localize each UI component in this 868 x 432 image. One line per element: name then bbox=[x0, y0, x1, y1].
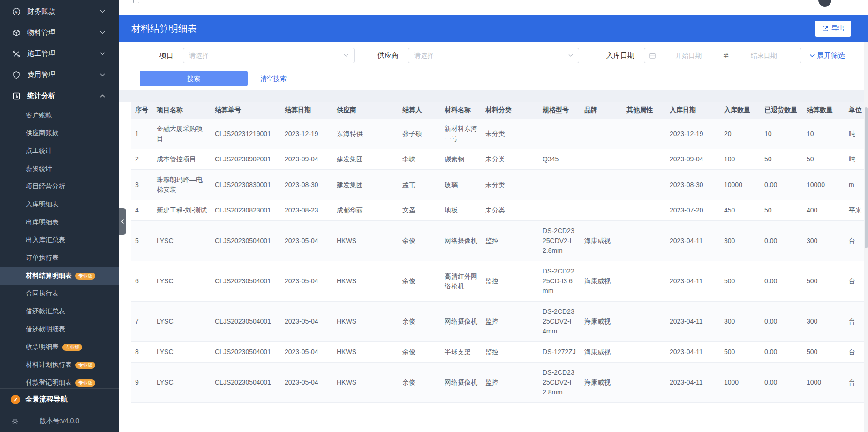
sidebar-collapse-handle[interactable] bbox=[119, 208, 126, 235]
sidebar-subitem[interactable]: 薪资统计 bbox=[0, 160, 119, 178]
sidebar-item-expense[interactable]: 费用管理 bbox=[0, 64, 119, 85]
table-row[interactable]: 4 新建工程-刘-测试 CLJS20230823001 2023-08-23 成… bbox=[131, 200, 868, 221]
cell-supplier: 东海特供 bbox=[333, 119, 399, 149]
supplier-filter-label: 供应商 bbox=[377, 51, 399, 60]
cell-settlement-qty: 300 bbox=[803, 221, 845, 261]
start-date-input[interactable]: 开始日期 bbox=[656, 52, 721, 60]
tab-checkbox[interactable] bbox=[133, 0, 139, 3]
sidebar-submenu: 客户账款 供应商账款 点工统计 薪资统计 bbox=[0, 106, 119, 392]
sidebar-subitem[interactable]: 借还款明细表 bbox=[0, 320, 119, 338]
version-label: 版本号:v4.0.0 bbox=[40, 417, 79, 425]
export-label: 导出 bbox=[831, 24, 845, 33]
sidebar-subitem[interactable]: 出入库汇总表 bbox=[0, 231, 119, 249]
vertical-scrollbar[interactable] bbox=[864, 42, 868, 432]
cell-material-name: 网络摄像机 bbox=[441, 221, 482, 261]
table-row[interactable]: 5 LYSC CLJS20230504001 2023-05-04 HKWS 余… bbox=[131, 221, 868, 261]
table-row[interactable]: 1 金融大厦采购项目 CLJS20231219001 2023-12-19 东海… bbox=[131, 119, 868, 149]
table-row[interactable]: 3 珠穆朗玛峰—电梯安装 CLJS20230830001 2023-08-30 … bbox=[131, 170, 868, 200]
table-header-row: 序号 项目名称 结算单号 结算日期 供应商 结算人 材料名称 bbox=[131, 102, 868, 119]
sidebar-subitem[interactable]: 借还款汇总表 bbox=[0, 303, 119, 320]
cell-inbound-qty: 500 bbox=[720, 342, 761, 363]
chevron-down-icon bbox=[100, 10, 105, 13]
search-button[interactable]: 搜索 bbox=[140, 71, 248, 86]
sidebar-subitem[interactable]: 材料结算明细表 专业版 bbox=[0, 267, 119, 285]
cell-returned-qty: 0.00 bbox=[761, 261, 803, 302]
sidebar-subitem[interactable]: 合同执行表 bbox=[0, 285, 119, 303]
cell-returned-qty: 0.00 bbox=[761, 302, 803, 342]
gear-icon[interactable] bbox=[11, 417, 19, 425]
cell-project-name: 新建工程-刘-测试 bbox=[153, 200, 211, 221]
expand-filters-link[interactable]: 展开筛选 bbox=[809, 51, 845, 60]
cell-settler: 文圣 bbox=[399, 200, 441, 221]
sidebar-subitem[interactable]: 供应商账款 bbox=[0, 124, 119, 142]
cell-brand: 海康威视 bbox=[581, 342, 623, 363]
cell-returned-qty: 0.00 bbox=[761, 221, 803, 261]
cell-settlement-qty: 400 bbox=[803, 200, 845, 221]
panorama-nav-button[interactable]: 全景流程导航 bbox=[0, 388, 119, 410]
sidebar-item-material[interactable]: 物料管理 bbox=[0, 22, 119, 43]
cell-project-name: LYSC bbox=[153, 342, 211, 363]
cell-settlement-date: 2023-05-04 bbox=[281, 261, 333, 302]
cell-settler: 孟苇 bbox=[399, 170, 441, 200]
cell-brand: 海康威视 bbox=[581, 302, 623, 342]
clear-search-link[interactable]: 清空搜索 bbox=[260, 75, 287, 83]
column-header: 结算数量 bbox=[803, 102, 845, 119]
table-row[interactable]: 6 LYSC CLJS20230504001 2023-05-04 HKWS 余… bbox=[131, 261, 868, 302]
section-divider bbox=[119, 90, 868, 102]
sidebar-item-construction[interactable]: 施工管理 bbox=[0, 43, 119, 64]
sidebar-footer: 全景流程导航 版本号:v4.0.0 bbox=[0, 388, 119, 432]
scrollbar-thumb[interactable] bbox=[865, 107, 868, 248]
cell-index: 3 bbox=[131, 170, 153, 200]
version-row: 版本号:v4.0.0 bbox=[0, 410, 119, 432]
cell-returned-qty: 0.00 bbox=[761, 342, 803, 363]
cell-spec-model: DS-1272ZJ bbox=[539, 342, 581, 363]
sidebar-subitem[interactable]: 项目经营分析 bbox=[0, 178, 119, 196]
cell-index: 2 bbox=[131, 149, 153, 170]
cell-returned-qty: 0.00 bbox=[761, 170, 803, 200]
end-date-input[interactable]: 结束日期 bbox=[732, 52, 797, 60]
table-row[interactable]: 2 成本管控项目 CLJS20230902001 2023-09-04 建发集团… bbox=[131, 149, 868, 170]
sidebar-item-finance[interactable]: ¥ 财务账款 bbox=[0, 1, 119, 22]
table-row[interactable]: 8 LYSC CLJS20230504001 2023-05-04 HKWS 余… bbox=[131, 342, 868, 363]
cell-inbound-qty: 300 bbox=[720, 221, 761, 261]
sidebar-subitem[interactable]: 订单执行表 bbox=[0, 249, 119, 267]
calendar-icon bbox=[649, 52, 656, 59]
cell-inbound-date: 2023-08-30 bbox=[666, 170, 720, 200]
cell-material-category: 未分类 bbox=[482, 170, 539, 200]
user-avatar[interactable] bbox=[818, 0, 831, 7]
sidebar-menu: ¥ 财务账款 物料管理 施工管理 bbox=[0, 0, 119, 392]
chevron-down-icon bbox=[809, 54, 815, 58]
sidebar-subitem[interactable]: 收票明细表 专业版 bbox=[0, 338, 119, 356]
cell-settlement-date: 2023-08-30 bbox=[281, 170, 333, 200]
sidebar-subitem[interactable]: 出库明细表 bbox=[0, 213, 119, 231]
cell-material-name: 半球支架 bbox=[441, 342, 482, 363]
cell-project-name: LYSC bbox=[153, 261, 211, 302]
inbound-date-filter-label: 入库日期 bbox=[606, 51, 634, 60]
cell-settlement-no: CLJS20230823001 bbox=[211, 200, 281, 221]
column-header: 结算人 bbox=[399, 102, 441, 119]
table-row[interactable]: 9 LYSC CLJS20230504001 2023-05-04 HKWS 余… bbox=[131, 363, 868, 403]
cell-settlement-qty: 50 bbox=[803, 149, 845, 170]
cell-spec-model: DS-2CD2325CDV2-I 2.8mm bbox=[539, 221, 581, 261]
sidebar-item-statistics[interactable]: 统计分析 bbox=[0, 85, 119, 106]
sidebar-subitem[interactable]: 入库明细表 bbox=[0, 196, 119, 213]
sidebar-subitem[interactable]: 点工统计 bbox=[0, 142, 119, 160]
cell-index: 1 bbox=[131, 119, 153, 149]
cell-material-category: 未分类 bbox=[482, 119, 539, 149]
table-row[interactable]: 7 LYSC CLJS20230504001 2023-05-04 HKWS 余… bbox=[131, 302, 868, 342]
sidebar-subitem[interactable]: 客户账款 bbox=[0, 106, 119, 124]
cell-settlement-qty: 500 bbox=[803, 261, 845, 302]
cell-inbound-qty: 1000 bbox=[720, 363, 761, 403]
cell-settlement-qty: 10 bbox=[803, 119, 845, 149]
project-select[interactable]: 请选择 bbox=[183, 48, 355, 63]
export-button[interactable]: 导出 bbox=[815, 21, 851, 37]
sidebar-subitem[interactable]: 材料计划执行表 专业版 bbox=[0, 356, 119, 374]
column-header: 材料名称 bbox=[441, 102, 482, 119]
cell-settlement-date: 2023-12-19 bbox=[281, 119, 333, 149]
cell-spec-model: Q345 bbox=[539, 149, 581, 170]
filter-panel: 项目 请选择 供应商 请选择 入库日期 bbox=[119, 42, 868, 90]
cell-material-category: 监控 bbox=[482, 363, 539, 403]
inbound-date-range-input[interactable]: 开始日期 至 结束日期 bbox=[644, 48, 801, 63]
supplier-select[interactable]: 请选择 bbox=[408, 48, 579, 63]
cell-index: 7 bbox=[131, 302, 153, 342]
